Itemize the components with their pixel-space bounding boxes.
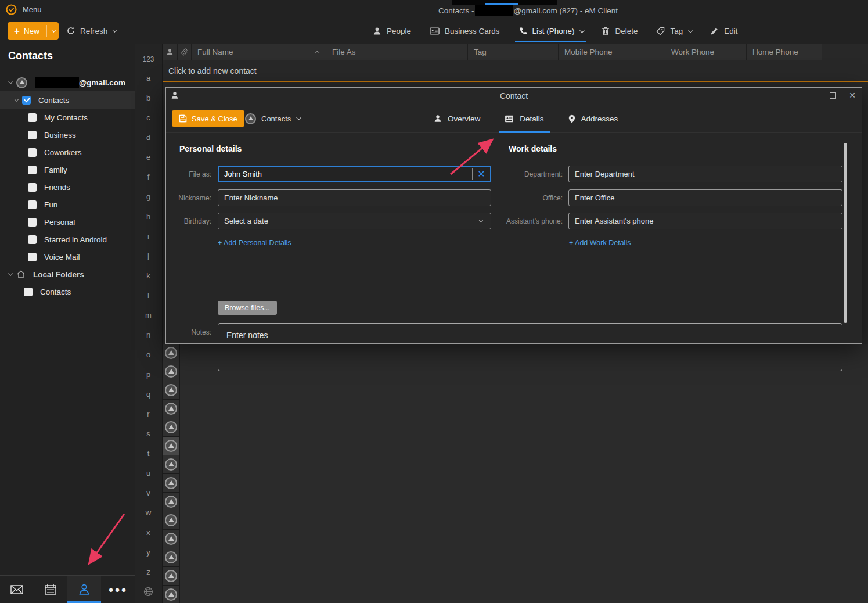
assistant-phone-input[interactable] (568, 213, 842, 229)
list-phone-view-button[interactable]: List (Phone) (509, 19, 593, 44)
alphabet-letter-j[interactable]: j (135, 246, 162, 266)
file-as-input[interactable] (219, 167, 472, 181)
contact-row[interactable] (163, 530, 868, 548)
alphabet-letter-c[interactable]: c (135, 108, 162, 128)
checkbox-unchecked[interactable] (28, 218, 37, 227)
more-modules-button[interactable]: ●●● (101, 576, 135, 603)
sidebar-item-fun[interactable]: Fun (0, 196, 135, 213)
alphabet-letter-i[interactable]: i (135, 227, 162, 246)
checkbox-unchecked[interactable] (28, 200, 37, 209)
contact-row[interactable] (163, 493, 868, 511)
close-button[interactable]: ✕ (849, 91, 856, 100)
delete-button[interactable]: Delete (592, 19, 647, 44)
department-input[interactable] (568, 166, 842, 182)
column-header-work-phone[interactable]: Work Phone (665, 44, 747, 60)
column-header-home-phone[interactable]: Home Phone (747, 44, 822, 60)
alphabet-letter-p[interactable]: p (135, 365, 162, 385)
sidebar-item-local-folders[interactable]: Local Folders (0, 265, 135, 283)
contact-row[interactable] (163, 455, 868, 474)
alphabet-letter-f[interactable]: f (135, 167, 162, 187)
alphabet-letter-q[interactable]: q (135, 385, 162, 404)
checkbox-unchecked[interactable] (28, 253, 37, 261)
dialog-scrollbar[interactable] (844, 143, 847, 323)
alphabet-letter-d[interactable]: d (135, 128, 162, 148)
sidebar-item-business[interactable]: Business (0, 126, 135, 143)
alphabet-letter-s[interactable]: s (135, 424, 162, 444)
office-input[interactable] (568, 189, 842, 206)
save-and-close-button[interactable]: Save & Close (172, 110, 244, 127)
checkbox-unchecked[interactable] (28, 148, 37, 157)
contact-row[interactable] (163, 567, 868, 586)
column-header-tag[interactable]: Tag (468, 44, 559, 60)
alphabet-letter-e[interactable]: e (135, 148, 162, 167)
sidebar-item-friends[interactable]: Friends (0, 178, 135, 196)
alphabet-letter-y[interactable]: y (135, 543, 162, 562)
notes-textarea[interactable] (218, 323, 842, 371)
minimize-button[interactable]: – (812, 90, 817, 100)
globe-icon[interactable] (135, 587, 162, 597)
refresh-button[interactable]: Refresh (62, 22, 120, 40)
contact-row[interactable] (163, 474, 868, 493)
alphabet-letter-h[interactable]: h (135, 207, 162, 227)
sidebar-item-coworkers[interactable]: Coworkers (0, 143, 135, 161)
maximize-button[interactable] (830, 92, 836, 99)
folder-selector[interactable]: Contacts (245, 110, 300, 127)
sidebar-item-my-contacts[interactable]: My Contacts (0, 109, 135, 126)
menu-button[interactable]: Menu (6, 2, 42, 16)
sidebar-item-voice-mail[interactable]: Voice Mail (0, 248, 135, 265)
contact-row[interactable] (163, 381, 868, 400)
contact-row[interactable] (163, 511, 868, 530)
tab-addresses[interactable]: Addresses (565, 104, 622, 133)
add-work-details-link[interactable]: + Add Work Details (569, 239, 631, 247)
alphabet-letter-z[interactable]: z (135, 562, 162, 582)
tab-details[interactable]: Details (501, 104, 547, 133)
alphabet-letter-u[interactable]: u (135, 464, 162, 483)
contact-row[interactable] (163, 437, 868, 455)
calendar-module-button[interactable] (34, 576, 67, 603)
contact-row[interactable] (163, 418, 868, 437)
checkbox-unchecked[interactable] (28, 131, 37, 139)
checkbox-unchecked[interactable] (24, 288, 33, 296)
contact-type-column-header[interactable] (163, 44, 178, 60)
checkbox-unchecked[interactable] (28, 235, 37, 244)
alphabet-letter-x[interactable]: x (135, 523, 162, 543)
alphabet-letter-a[interactable]: a (135, 69, 162, 88)
sidebar-item-personal[interactable]: Personal (0, 213, 135, 231)
column-header-full-name[interactable]: Full Name (192, 44, 326, 60)
checkbox-checked[interactable] (22, 96, 31, 105)
checkbox-unchecked[interactable] (28, 183, 37, 192)
nickname-input[interactable] (218, 189, 491, 206)
tag-button[interactable]: Tag (647, 19, 701, 44)
sidebar-item-starred-in-android[interactable]: Starred in Android (0, 231, 135, 248)
contacts-module-button[interactable] (67, 576, 101, 603)
sidebar-item-local-contacts[interactable]: Contacts (0, 283, 135, 300)
contact-row[interactable] (163, 586, 868, 603)
add-new-contact-row[interactable]: Click to add new contact (163, 60, 868, 81)
alphabet-letter-t[interactable]: t (135, 444, 162, 464)
checkbox-unchecked[interactable] (28, 113, 37, 122)
browse-files-button[interactable]: Browse files... (218, 301, 277, 315)
column-header-file-as[interactable]: File As (326, 44, 468, 60)
sidebar-item-contacts-root[interactable]: Contacts (0, 91, 135, 109)
add-personal-details-link[interactable]: + Add Personal Details (218, 239, 291, 247)
birthday-input[interactable] (218, 213, 491, 229)
alphabet-letter-123[interactable]: 123 (135, 50, 162, 69)
alphabet-letter-v[interactable]: v (135, 483, 162, 503)
people-view-button[interactable]: People (363, 19, 420, 44)
account-row[interactable]: @gmail.com (0, 74, 135, 91)
sidebar-item-family[interactable]: Family (0, 161, 135, 178)
new-dropdown-button[interactable] (47, 29, 59, 33)
business-cards-view-button[interactable]: Business Cards (420, 19, 509, 44)
tab-overview[interactable]: Overview (430, 104, 484, 133)
alphabet-letter-l[interactable]: l (135, 286, 162, 306)
new-button[interactable]: + New (8, 22, 59, 40)
contact-row[interactable] (163, 400, 868, 418)
checkbox-unchecked[interactable] (28, 166, 37, 174)
alphabet-letter-g[interactable]: g (135, 187, 162, 207)
attachment-column-header[interactable] (178, 44, 192, 60)
alphabet-letter-o[interactable]: o (135, 345, 162, 365)
dialog-titlebar[interactable]: Contact – ✕ (166, 88, 862, 104)
column-header-mobile-phone[interactable]: Mobile Phone (559, 44, 665, 60)
contact-row[interactable] (163, 548, 868, 567)
alphabet-letter-m[interactable]: m (135, 306, 162, 325)
